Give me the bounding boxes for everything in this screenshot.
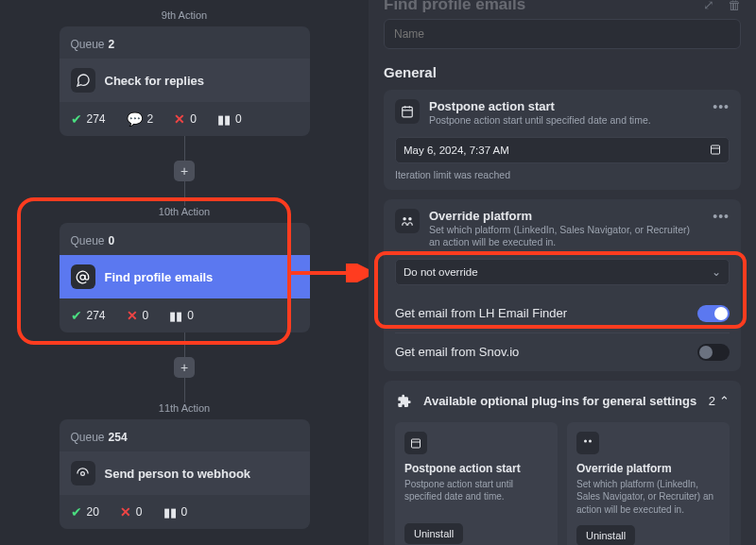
setting-name: Postpone action start — [429, 99, 703, 113]
puzzle-icon — [395, 392, 414, 411]
action-title-row[interactable]: Find profile emails — [60, 255, 310, 298]
action-title-row[interactable]: Send person to webhook — [60, 451, 310, 495]
plugin-override: Override platform Set which platform (Li… — [567, 422, 730, 545]
trash-icon[interactable]: 🗑 — [728, 0, 741, 12]
action-card-9[interactable]: Queue2 Check for replies ✔274 💬2 ✕0 ▮▮0 — [60, 26, 310, 136]
connector-line — [184, 179, 185, 206]
email-toggles-card: Get email from LH Email Finder Get email… — [384, 295, 741, 371]
columns-icon: ▮▮ — [163, 505, 177, 519]
svg-rect-7 — [712, 145, 720, 154]
setting-desc: Postpone action start until specified da… — [429, 114, 703, 128]
check-icon: ✔ — [71, 308, 82, 323]
panel-tools: ⤢ 🗑 — [703, 0, 741, 12]
plugin-postpone: Postpone action start Postpone action st… — [395, 422, 558, 545]
uninstall-button[interactable]: Uninstall — [576, 525, 635, 545]
action-ordinal-label: 9th Action — [0, 9, 369, 21]
plugins-header[interactable]: Available optional plug-ins for general … — [395, 392, 730, 411]
toggle-lh-email-finder: Get email from LH Email Finder — [395, 295, 730, 332]
setting-override: Override platform Set which platform (Li… — [384, 199, 741, 295]
plugins-card: Available optional plug-ins for general … — [384, 381, 741, 545]
connector-line — [184, 376, 185, 402]
action-title: Send person to webhook — [105, 467, 251, 481]
expand-icon[interactable]: ⤢ — [703, 0, 714, 12]
setting-desc: Set which platform (LinkedIn, Sales Navi… — [429, 224, 703, 249]
calendar-picker-icon — [710, 144, 721, 157]
iteration-warning: Iteration limit was reached — [395, 169, 730, 180]
action-card-11[interactable]: Queue254 Send person to webhook ✔20 ✕0 ▮… — [60, 419, 310, 529]
check-icon: ✔ — [71, 504, 82, 519]
check-icon: ✔ — [71, 111, 82, 127]
calendar-icon — [395, 99, 420, 124]
setting-name: Override platform — [429, 209, 703, 223]
webhook-icon — [71, 461, 95, 485]
action-ordinal-label: 11th Action — [0, 402, 369, 414]
svg-point-13 — [584, 439, 587, 442]
connector-line — [184, 136, 185, 162]
svg-point-10 — [408, 217, 412, 221]
panel-title: Find profile emails — [384, 0, 525, 14]
at-icon — [71, 264, 95, 289]
toggle-switch[interactable] — [697, 344, 730, 361]
more-icon[interactable]: ••• — [713, 209, 730, 224]
connector-line — [184, 332, 185, 359]
override-select[interactable]: Do not override ⌄ — [395, 259, 730, 285]
settings-panel: Find profile emails ⤢ 🗑 General Postpone… — [369, 0, 756, 545]
annotation-arrow — [289, 264, 378, 282]
columns-icon: ▮▮ — [217, 112, 231, 127]
platform-icon — [576, 432, 599, 454]
toggle-switch[interactable] — [697, 305, 730, 322]
queue-row: Queue254 — [60, 427, 310, 451]
x-icon: ✕ — [120, 504, 131, 519]
svg-point-14 — [589, 439, 592, 442]
svg-point-1 — [81, 471, 85, 475]
more-icon[interactable]: ••• — [713, 99, 730, 114]
x-icon: ✕ — [174, 111, 185, 127]
stats-row: ✔274 ✕0 ▮▮0 — [60, 298, 310, 332]
x-icon: ✕ — [127, 308, 138, 323]
svg-rect-3 — [403, 107, 413, 117]
action-card-10[interactable]: Queue0 Find profile emails ✔274 ✕0 ▮▮0 — [60, 223, 310, 332]
action-name-input[interactable] — [384, 19, 741, 49]
chevron-down-icon: ⌄ — [712, 265, 721, 279]
queue-row: Queue2 — [60, 34, 310, 59]
section-title-general: General — [384, 64, 741, 80]
calendar-icon — [404, 432, 427, 454]
reply-icon — [71, 68, 95, 93]
add-action-button[interactable]: + — [174, 357, 195, 378]
setting-postpone: Postpone action start Postpone action st… — [384, 90, 741, 190]
action-ordinal-label: 10th Action — [0, 206, 369, 217]
action-title-row[interactable]: Check for replies — [60, 59, 310, 102]
uninstall-button[interactable]: Uninstall — [404, 523, 463, 544]
svg-point-9 — [403, 217, 406, 221]
stats-row: ✔274 💬2 ✕0 ▮▮0 — [60, 102, 310, 136]
add-action-button[interactable]: + — [174, 161, 195, 181]
svg-rect-11 — [412, 439, 421, 448]
platform-icon — [395, 209, 420, 233]
svg-point-0 — [80, 275, 85, 280]
action-title: Find profile emails — [105, 270, 214, 284]
columns-icon: ▮▮ — [169, 309, 182, 323]
postpone-date-field[interactable]: May 6, 2024, 7:37 AM — [395, 137, 730, 163]
toggle-snov-io: Get email from Snov.io — [395, 332, 730, 371]
action-title: Check for replies — [105, 74, 205, 88]
stats-row: ✔20 ✕0 ▮▮0 — [60, 495, 310, 529]
chat-icon: 💬 — [127, 111, 143, 127]
queue-row: Queue0 — [60, 230, 310, 255]
chevron-up-icon: ⌃ — [719, 394, 730, 408]
